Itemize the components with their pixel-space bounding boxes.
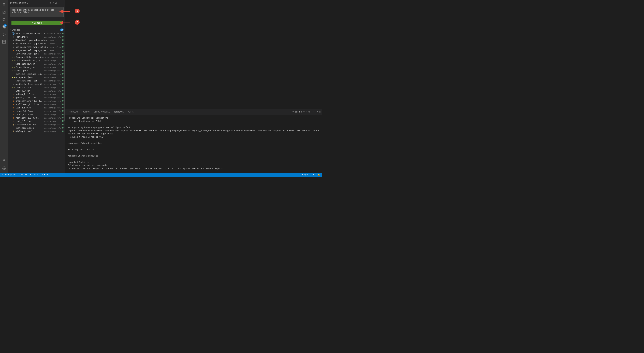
codespaces-icon: ⊞	[2, 174, 3, 176]
file-type-icon: ≡	[12, 39, 15, 42]
tab-debug-console[interactable]: DEBUG CONSOLE	[92, 110, 112, 114]
file-item[interactable]: {}checksum.jsonassets/export/MixedRealit…	[8, 86, 65, 89]
file-item[interactable]: ≋image_2.2.2.xmlassets/export/MixedReal.…	[8, 110, 65, 113]
source-control-icon[interactable]: 84	[1, 24, 8, 30]
commit-check-icon[interactable]: ✓	[52, 1, 54, 5]
file-item[interactable]: ≋htmlViewer_2.1.0.xmlassets/export/Mixed…	[8, 103, 65, 106]
add-terminal-icon[interactable]: +	[301, 111, 302, 113]
file-item[interactable]: !Dialog.fx.yamlassets/export/MixedRealit…	[8, 130, 65, 133]
svg-point-0	[3, 18, 5, 21]
file-path-label: assets/export...	[44, 100, 61, 102]
file-item[interactable]: {}ControlTemplates.jsonassets/export/Mi.…	[8, 59, 65, 62]
svg-point-8	[4, 36, 4, 36]
more-actions-icon[interactable]: ···	[58, 1, 63, 5]
file-status-badge: U	[62, 43, 64, 45]
branch-status[interactable]: ⑂ main*	[18, 174, 28, 176]
sidebar-header-actions: ≡ ✓ ↺ ···	[50, 1, 63, 5]
file-item[interactable]: 🗜Exported_MR_solution.zipassets/exportU	[8, 32, 65, 35]
svg-point-14	[4, 168, 4, 169]
file-type-icon: ≡	[12, 83, 15, 86]
refresh-icon[interactable]: ↺	[55, 1, 57, 5]
svg-point-2	[3, 26, 4, 27]
file-item[interactable]: ◇.gitignoreassets/export/MixedRealityWor…	[8, 35, 65, 39]
terminal-content[interactable]: Processing Component: Connectors - ppa_5…	[66, 115, 322, 173]
terminal-line: Unpack from /workspaces/EPPC23-ALM/asset…	[68, 129, 320, 136]
file-name-label: Coral.json	[16, 70, 44, 72]
more-terminal-icon[interactable]: ···	[312, 111, 316, 113]
file-item[interactable]: {}ComponentReferences.jsonassets/expo...…	[8, 56, 65, 59]
file-status-badge: U	[62, 86, 64, 89]
file-item[interactable]: ≋icon_2.5.0.xmlassets/export/MixedRealit…	[8, 106, 65, 110]
file-item[interactable]: {}Connections.jsonassets/export/MixedRe.…	[8, 66, 65, 69]
file-type-icon: ≋	[12, 103, 15, 106]
file-name-label: Exported_MR_solution.zip	[16, 32, 46, 35]
close-terminal-icon[interactable]: ✕	[319, 111, 321, 113]
changes-header[interactable]: ▾ Changes 84	[8, 28, 65, 32]
errors-status[interactable]: ⊗ 0 ⚠ 0 ⚑ 0	[34, 174, 48, 176]
file-path-label: assets/export/Mixed...	[44, 124, 61, 126]
file-name-label: rectangle_2.3.0.xml	[16, 117, 44, 119]
file-item[interactable]: ≋ppa_mixedrealityapp_8c5e9.meta.xml...as…	[8, 49, 65, 52]
file-type-icon: 🗜	[12, 32, 15, 35]
file-type-icon: !	[12, 130, 15, 133]
file-item[interactable]: {}CanvasManifest.jsonassets/export/Mixe.…	[8, 52, 65, 56]
file-path-label: assets/export/Mi...	[44, 60, 61, 62]
file-item[interactable]: ≡MixedRealityWorkshop.cdsprojassets/...U	[8, 39, 65, 42]
file-type-icon: !	[12, 123, 15, 126]
file-name-label: Occupants.json	[16, 76, 44, 79]
tab-problems[interactable]: PROBLEMS	[67, 110, 80, 114]
file-type-icon: {}	[12, 66, 15, 69]
tab-output[interactable]: OUTPUT	[80, 110, 92, 114]
file-item[interactable]: {}CustomIcon.jsonassets/export/MixedRe..…	[8, 126, 65, 130]
codespaces-status[interactable]: ⊞ Codespaces	[1, 174, 17, 176]
terminal-dropdown-icon[interactable]: ∨	[303, 111, 305, 113]
file-name-label: text_2.3.2.xml	[16, 120, 44, 122]
file-item[interactable]: ≋groupContainer_1.3.0.xmlassets/export..…	[8, 99, 65, 103]
trash-terminal-icon[interactable]: 🗑	[308, 111, 310, 113]
collapse-terminal-icon[interactable]: ∧	[317, 111, 318, 113]
commit-button[interactable]: ✓ Commit	[12, 21, 62, 25]
commit-message-input[interactable]: Added exported, unpacked and cloned solu…	[10, 7, 64, 17]
sidebar-title: SOURCE CONTROL	[10, 2, 28, 4]
file-item[interactable]: {}Coral.jsonassets/export/MixedRealityWo…	[8, 69, 65, 72]
search-icon[interactable]	[1, 16, 8, 23]
file-item[interactable]: {}CustomGallerySample.jsonassets/export.…	[8, 72, 65, 76]
file-name-label: Smithsonian3D.json	[16, 80, 44, 82]
extensions-icon[interactable]	[1, 39, 8, 45]
file-item[interactable]: ≋button_2.2.0.xmlassets/export/MixedRe..…	[8, 93, 65, 96]
file-item[interactable]: {}Entropy.jsonassets/export/MixedReality…	[8, 89, 65, 93]
menu-icon[interactable]: ☰	[1, 1, 8, 8]
terminal-line	[68, 151, 320, 155]
file-item[interactable]: {}Smithsonian3D.jsonassets/export/Mixe..…	[8, 79, 65, 83]
terminal-tabs: PROBLEMS OUTPUT DEBUG CONSOLE TERMINAL P…	[66, 109, 322, 115]
file-item[interactable]: !CustomIcon.fx.yamlassets/export/Mixed..…	[8, 123, 65, 126]
file-item[interactable]: ≡ppa_mixedrealityapp_8c5e9_Documen...ass…	[8, 45, 65, 49]
file-item[interactable]: ≋text_2.3.2.xmlassets/export/MixedRealit…	[8, 120, 65, 123]
explorer-icon[interactable]	[1, 9, 8, 16]
sync-status[interactable]: ↻	[30, 174, 32, 176]
notification-status[interactable]: 🔔	[317, 174, 321, 176]
file-item[interactable]: ≋rectangle_2.3.0.xmlassets/export/Mixed.…	[8, 116, 65, 120]
file-path-label: assets/expo...	[45, 56, 61, 58]
file-item[interactable]: ≋label_2.5.1.xmlassets/export/MixedReali…	[8, 113, 65, 116]
svg-line-1	[5, 20, 6, 21]
tab-terminal[interactable]: TERMINAL	[112, 110, 126, 114]
view-options-icon[interactable]: ≡	[50, 1, 52, 5]
tab-ports[interactable]: PORTS	[126, 110, 136, 114]
split-terminal-icon[interactable]: ⬚	[306, 111, 307, 113]
settings-icon[interactable]	[1, 165, 8, 172]
file-item[interactable]: {}SampleImage.jsonassets/export/MixedR..…	[8, 62, 65, 66]
file-item[interactable]: {}Occupants.jsonassets/export/MixedReali…	[8, 76, 65, 79]
layout-status[interactable]: Layout: US	[302, 174, 315, 176]
file-item[interactable]: ≋gallery_2.13.2.xmlassets/export/MixedR.…	[8, 96, 65, 99]
file-status-badge: U	[62, 130, 64, 133]
file-item[interactable]: ≡ppa_mixedrealityapp_8c5e9_Backgrou...as…	[8, 42, 65, 45]
file-type-icon: {}	[12, 80, 15, 82]
file-item[interactable]: ≡AppCheckerResult.sarifassets/export/M..…	[8, 83, 65, 86]
file-type-icon: ≋	[12, 100, 15, 102]
run-debug-icon[interactable]	[1, 31, 8, 38]
notification-icon: 🔔	[318, 174, 320, 176]
terminal-panel: PROBLEMS OUTPUT DEBUG CONSOLE TERMINAL P…	[66, 109, 322, 173]
file-name-label: ppa_mixedrealityapp_8c5e9.meta.xml...	[16, 49, 49, 52]
account-icon[interactable]	[1, 157, 8, 164]
